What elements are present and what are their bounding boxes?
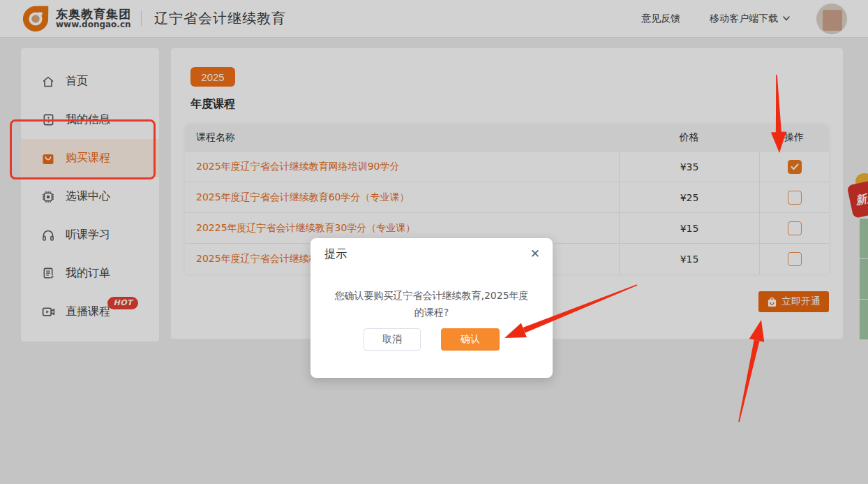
close-icon[interactable]: ✕ (530, 247, 540, 261)
cancel-button[interactable]: 取消 (364, 328, 421, 351)
dialog-title: 提示 (324, 247, 347, 262)
dialog-message: 您确认要购买辽宁省会计继续教育,2025年度的课程? (331, 287, 532, 321)
confirm-purchase-dialog: 提示 ✕ 您确认要购买辽宁省会计继续教育,2025年度的课程? 取消 确认 (310, 238, 553, 378)
confirm-button[interactable]: 确认 (441, 328, 500, 351)
